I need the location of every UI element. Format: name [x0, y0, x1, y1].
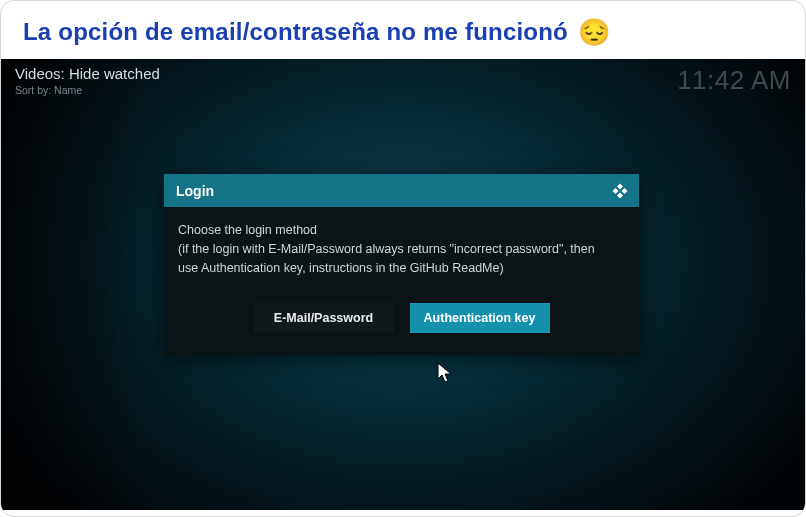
annotation-caption: La opción de email/contraseña no me func…	[1, 1, 805, 59]
caption-text: La opción de email/contraseña no me func…	[23, 18, 568, 46]
dialog-header: Login	[164, 174, 639, 207]
dialog-button-row: E-Mail/Password Authentication key	[178, 303, 625, 339]
sidebar-shadow	[1, 59, 141, 510]
mouse-cursor-icon	[437, 362, 457, 390]
clock: 11:42 AM	[677, 65, 791, 96]
dialog-message: Choose the login method(if the login wit…	[178, 221, 598, 277]
sad-emoji: 😔	[578, 19, 610, 45]
email-password-button[interactable]: E-Mail/Password	[254, 303, 394, 333]
kodi-logo-icon	[611, 182, 629, 200]
login-dialog: Login Choose the login method(if the log…	[164, 174, 639, 355]
kodi-screen: Videos: Hide watched Sort by: Name 11:42…	[1, 59, 805, 510]
dialog-body: Choose the login method(if the login wit…	[164, 207, 639, 355]
dialog-title: Login	[176, 183, 214, 199]
authentication-key-button[interactable]: Authentication key	[410, 303, 550, 333]
